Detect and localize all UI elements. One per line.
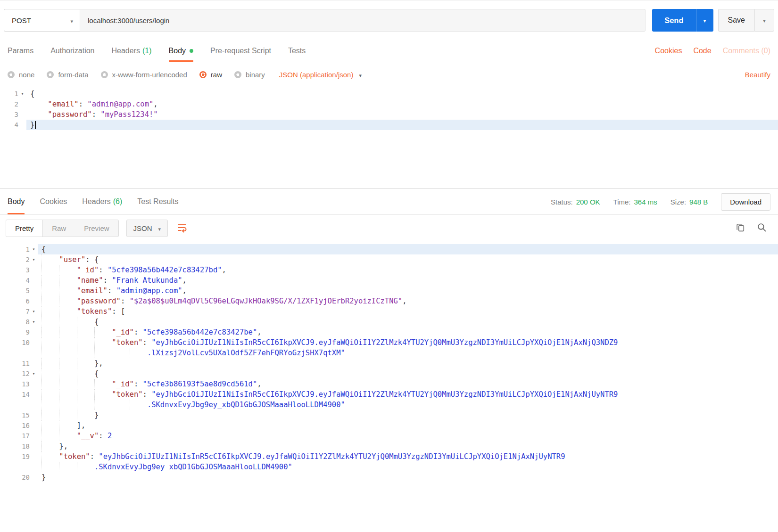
tab-body[interactable]: Body	[169, 40, 193, 62]
view-raw[interactable]: Raw	[43, 220, 75, 237]
send-options-button[interactable]	[696, 9, 713, 32]
time-label: Time:	[613, 198, 631, 206]
cookies-link[interactable]: Cookies	[655, 47, 682, 55]
body-content-dot-icon	[190, 49, 193, 53]
download-button[interactable]: Download	[721, 193, 770, 211]
tab-tests[interactable]: Tests	[288, 40, 306, 62]
code-line[interactable]: 7"tokens": [	[0, 306, 778, 317]
view-preview[interactable]: Preview	[75, 220, 118, 237]
bodytype-urlencoded[interactable]: x-www-form-urlencoded	[101, 71, 187, 79]
content-type-dropdown[interactable]: JSON (application/json)	[279, 71, 362, 79]
response-view-switch: Pretty Raw Preview	[6, 220, 119, 237]
chevron-down-icon	[70, 16, 73, 25]
fold-caret-icon[interactable]	[30, 254, 38, 265]
line-number-gutter: 6	[0, 296, 38, 306]
view-pretty[interactable]: Pretty	[6, 220, 43, 237]
bodytype-none[interactable]: none	[8, 71, 34, 79]
fold-caret-icon[interactable]	[30, 306, 38, 317]
comments-link[interactable]: Comments (0)	[723, 47, 770, 55]
tab-response-cookies[interactable]: Cookies	[40, 189, 67, 214]
url-input[interactable]	[80, 9, 646, 32]
copy-response-button[interactable]	[735, 221, 746, 235]
bodytype-raw[interactable]: raw	[199, 71, 222, 79]
code-line[interactable]: 14"token": "eyJhbGciOiJIUzI1NiIsInR5cCI6…	[0, 389, 778, 400]
line-number-gutter: 3	[0, 109, 26, 120]
save-options-button[interactable]	[754, 9, 774, 32]
code-line[interactable]: 2"user": {	[0, 254, 778, 265]
code-line[interactable]: 5"email": "admin@app.com",	[0, 286, 778, 296]
line-number-gutter: 4	[0, 275, 38, 286]
code-line[interactable]: 2 "email": "admin@app.com",	[0, 99, 778, 109]
code-line[interactable]: 3"_id": "5cfe398a56b442e7c83427bd",	[0, 265, 778, 275]
chevron-down-icon	[704, 17, 706, 24]
response-toolbar-right	[735, 221, 772, 235]
line-number-gutter	[0, 348, 38, 358]
code-line[interactable]: 18},	[0, 441, 778, 451]
search-response-button[interactable]	[756, 221, 768, 235]
postman-app: POST Send Save Params Authorization	[0, 0, 778, 532]
fold-caret-icon[interactable]	[30, 368, 38, 379]
tab-prerequest-script[interactable]: Pre-request Script	[210, 40, 271, 62]
tab-headers[interactable]: Headers (1)	[112, 40, 152, 62]
code-line[interactable]: 12{	[0, 368, 778, 379]
beautify-link[interactable]: Beautify	[745, 71, 770, 79]
code-line[interactable]: 4"name": "Frank Atukunda",	[0, 275, 778, 286]
fold-caret-icon[interactable]	[18, 89, 26, 99]
code-line[interactable]: 9"_id": "5cfe398a56b442e7c83427be",	[0, 327, 778, 337]
code-line[interactable]: 10"token": "eyJhbGciOiJIUzI1NiIsInR5cCI6…	[0, 337, 778, 348]
bodytype-form-data[interactable]: form-data	[47, 71, 88, 79]
wrap-text-icon	[176, 222, 188, 235]
method-dropdown[interactable]: POST	[4, 9, 80, 32]
line-number-gutter	[0, 400, 38, 410]
bodytype-binary[interactable]: binary	[234, 71, 265, 79]
tab-authorization[interactable]: Authorization	[50, 40, 94, 62]
code-line[interactable]: 1{	[0, 244, 778, 254]
fold-caret-icon[interactable]	[30, 244, 38, 254]
headers-count-badge: (1)	[142, 47, 152, 55]
code-line-wrap[interactable]: .lXizsj2VolLcv5UXalOdf5ZF7ehFQRYoGzjSHX7…	[0, 348, 778, 358]
code-line[interactable]: 17"__v": 2	[0, 431, 778, 441]
request-tabs: Params Authorization Headers (1) Body Pr…	[8, 40, 306, 62]
request-url-bar: POST Send Save	[0, 0, 778, 40]
line-number-gutter: 5	[0, 286, 38, 296]
code-line[interactable]: 11},	[0, 358, 778, 368]
code-line[interactable]: 20}	[0, 472, 778, 483]
size-label: Size:	[670, 198, 686, 206]
code-line[interactable]: 4}	[0, 120, 778, 130]
line-number-gutter: 1	[0, 244, 38, 254]
request-body-editor[interactable]: 1{2 "email": "admin@app.com",3 "password…	[0, 87, 778, 188]
code-line-wrap[interactable]: .SKdnvxEvyJbg9ey_xbQD1GbGJOSMaaaHlooLLDM…	[0, 462, 778, 472]
fold-caret-icon[interactable]	[30, 317, 38, 327]
line-number-gutter: 1	[0, 89, 26, 99]
method-label: POST	[12, 16, 31, 25]
search-icon	[757, 222, 767, 234]
line-number-gutter: 7	[0, 306, 38, 317]
radio-icon	[47, 71, 54, 78]
code-line[interactable]: 3 "password": "myPass1234!"	[0, 109, 778, 120]
line-number-gutter: 18	[0, 441, 38, 451]
code-link[interactable]: Code	[693, 47, 711, 55]
tab-response-body[interactable]: Body	[8, 189, 25, 214]
response-format-dropdown[interactable]: JSON	[126, 220, 168, 237]
chevron-down-icon	[158, 224, 161, 232]
tab-test-results[interactable]: Test Results	[137, 189, 178, 214]
save-button[interactable]: Save	[718, 9, 754, 32]
code-line[interactable]: 1{	[0, 89, 778, 99]
wrap-text-button[interactable]	[175, 221, 189, 236]
line-number-gutter: 4	[0, 120, 26, 130]
send-button[interactable]: Send	[652, 9, 695, 32]
response-body-editor[interactable]: 1{2"user": {3"_id": "5cfe398a56b442e7c83…	[0, 241, 778, 532]
response-meta: Status: 200 OK Time: 364 ms Size: 948 B	[551, 189, 708, 214]
tab-response-headers[interactable]: Headers (6)	[82, 189, 122, 214]
code-line[interactable]: 16],	[0, 420, 778, 431]
response-tabs: Body Cookies Headers (6) Test Results	[8, 189, 178, 214]
line-number-gutter: 3	[0, 265, 38, 275]
tab-params[interactable]: Params	[8, 40, 33, 62]
code-line[interactable]: 8{	[0, 317, 778, 327]
code-line[interactable]: 13"_id": "5cfe3b86193f5ae8d9cd561d",	[0, 379, 778, 389]
code-line[interactable]: 19"token": "eyJhbGciOiJIUzI1NiIsInR5cCI6…	[0, 451, 778, 462]
radio-icon	[101, 71, 108, 78]
code-line-wrap[interactable]: .SKdnvxEvyJbg9ey_xbQD1GbGJOSMaaaHlooLLDM…	[0, 400, 778, 410]
code-line[interactable]: 15}	[0, 410, 778, 420]
code-line[interactable]: 6"password": "$2a$08$u0Lm4qDVl5C96eLGqwJ…	[0, 296, 778, 306]
